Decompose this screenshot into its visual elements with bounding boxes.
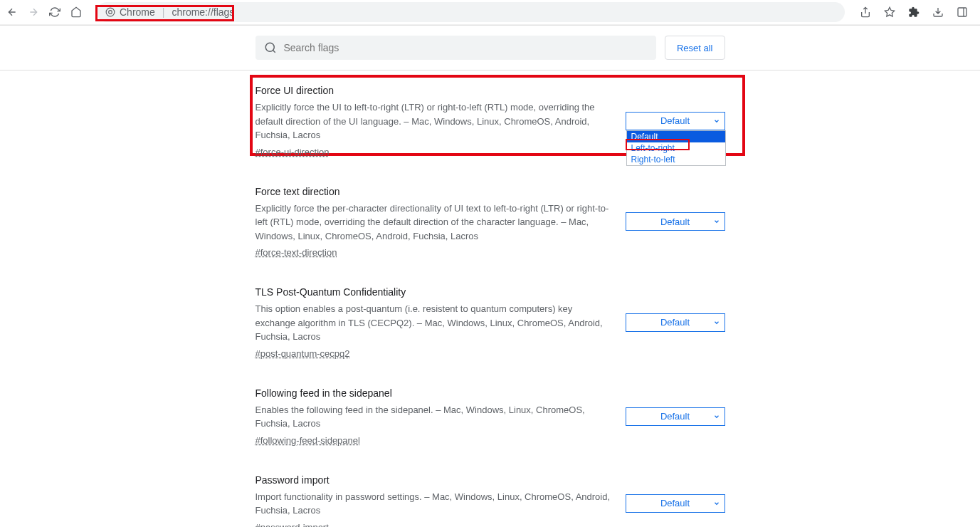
svg-line-5 — [273, 50, 275, 52]
chevron-down-icon — [713, 500, 720, 507]
downloads-icon[interactable] — [932, 6, 944, 19]
flag-title: Password import — [255, 474, 611, 486]
flag-anchor-link[interactable]: #following-feed-sidepanel — [255, 435, 360, 446]
flag-anchor-link[interactable]: #force-text-direction — [255, 247, 337, 258]
flag-select[interactable]: Default — [626, 212, 725, 231]
svg-point-0 — [106, 8, 115, 16]
flag-description: Explicitly force the per-character direc… — [255, 202, 611, 244]
url-separator: | — [162, 6, 165, 18]
svg-point-4 — [265, 43, 274, 51]
option-default[interactable]: Default — [627, 131, 725, 142]
extensions-icon[interactable] — [907, 6, 920, 19]
option-right-to-left[interactable]: Right-to-left — [627, 154, 725, 165]
select-value: Default — [660, 498, 690, 508]
flags-page: Reset all Force UI direction Explicitly … — [0, 25, 980, 527]
chevron-down-icon — [713, 118, 720, 125]
flag-title: TLS Post-Quantum Confidentiality — [255, 286, 611, 298]
flag-description: Explicitly force the UI to left-to-right… — [255, 100, 611, 142]
flag-anchor-link[interactable]: #force-ui-direction — [255, 147, 330, 157]
select-value: Default — [660, 317, 690, 328]
reload-button[interactable] — [48, 6, 61, 19]
flag-anchor-link[interactable]: #post-quantum-cecpq2 — [255, 348, 350, 359]
search-input-field[interactable] — [284, 42, 648, 53]
chevron-down-icon — [713, 218, 720, 225]
svg-rect-2 — [958, 8, 966, 16]
flag-password-import: Password import Import functionality in … — [255, 460, 725, 528]
flag-description: Import functionality in password setting… — [255, 490, 611, 518]
select-dropdown: Default Left-to-right Right-to-left — [626, 130, 726, 166]
flag-title: Force text direction — [255, 186, 611, 197]
forward-button[interactable] — [27, 6, 40, 19]
reset-all-button[interactable]: Reset all — [665, 36, 725, 60]
flag-force-ui-direction: Force UI direction Explicitly force the … — [255, 71, 725, 172]
flag-following-feed-sidepanel: Following feed in the sidepanel Enables … — [255, 373, 725, 460]
home-button[interactable] — [70, 6, 83, 19]
chrome-icon — [105, 7, 115, 17]
share-icon[interactable] — [859, 6, 872, 19]
flag-anchor-link[interactable]: #password-import — [255, 522, 329, 528]
flag-description: Enables the following feed in the sidepa… — [255, 403, 611, 431]
flag-title: Following feed in the sidepanel — [255, 387, 611, 399]
search-flags-input[interactable] — [255, 36, 656, 60]
flag-select[interactable]: Default Default Left-to-right Right-to-l… — [626, 112, 725, 130]
sidepanel-icon[interactable] — [956, 6, 969, 19]
flag-title: Force UI direction — [255, 85, 611, 96]
flag-select[interactable]: Default — [626, 407, 725, 426]
option-left-to-right[interactable]: Left-to-right — [627, 142, 725, 154]
flag-description: This option enables a post-quantum (i.e.… — [255, 302, 611, 344]
select-value: Default — [660, 411, 690, 422]
search-icon — [264, 41, 277, 54]
bookmark-star-icon[interactable] — [883, 6, 896, 19]
svg-point-1 — [109, 11, 112, 14]
url-text: chrome://flags — [172, 6, 234, 18]
chevron-down-icon — [713, 413, 720, 420]
browser-toolbar: Chrome | chrome://flags — [0, 0, 980, 25]
url-scheme: Chrome — [120, 6, 155, 18]
flag-select[interactable]: Default — [626, 313, 725, 332]
back-button[interactable] — [6, 6, 19, 19]
select-value: Default — [660, 115, 690, 126]
address-bar[interactable]: Chrome | chrome://flags — [97, 2, 845, 22]
chevron-down-icon — [713, 319, 720, 326]
flag-select[interactable]: Default — [626, 494, 725, 513]
select-value: Default — [660, 216, 690, 227]
flag-force-text-direction: Force text direction Explicitly force th… — [255, 172, 725, 273]
flag-tls-post-quantum: TLS Post-Quantum Confidentiality This op… — [255, 272, 725, 373]
